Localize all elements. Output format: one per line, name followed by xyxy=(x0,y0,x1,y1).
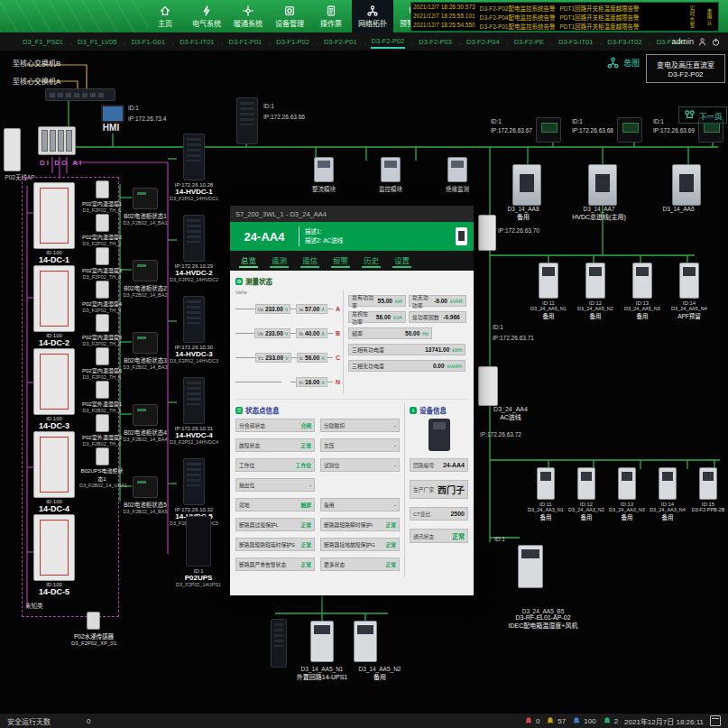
battery-status-node[interactable]: B02电池柜状态5 D3_F2B02_14_BA5 xyxy=(121,476,170,548)
current-box: In16.00A xyxy=(296,377,327,387)
room-tab[interactable]: D3-F3-IT01 xyxy=(558,36,594,48)
nav-item-tickets[interactable]: 操作票 xyxy=(310,0,352,32)
bottom-rack-device[interactable] xyxy=(271,619,287,668)
nav-item-home[interactable]: 主页 xyxy=(144,0,186,32)
ups-feeder-breaker-2[interactable] xyxy=(354,621,377,662)
meter-node[interactable]: ID:1 IP:172.26.63.67 xyxy=(491,117,567,143)
plc-device[interactable] xyxy=(38,126,76,155)
dialog-tab[interactable]: 历史 xyxy=(362,253,381,268)
cabinet-name: 14-DC-5 xyxy=(27,587,81,596)
dialog-tab[interactable]: 设置 xyxy=(392,253,411,268)
dc-cabinet[interactable]: ID:100 14-DC-2 xyxy=(27,265,81,348)
hvdc-unit[interactable]: IP:172.26.10.28 14-HVDC-1 D3_F2P02_14HVD… xyxy=(166,134,222,215)
ups-feeder-breaker-1[interactable] xyxy=(310,621,334,662)
nav-item-network-topology[interactable]: 网络拓扑 xyxy=(352,0,393,32)
feeder-breaker[interactable]: ID:11 D3_24_AA5_N1 备用 xyxy=(526,263,571,320)
ups-image xyxy=(186,516,211,567)
meter-node[interactable]: ID:1 IP:172.26.63.68 xyxy=(572,117,648,143)
feeder-breaker[interactable]: ID:13 D3_24_AA3_N3 备用 xyxy=(607,467,647,521)
meter-63-70-device[interactable] xyxy=(478,215,496,251)
hvdc-unit[interactable]: IP:172.26.10.31 14-HVDC-4 D3_F2P02_14HVD… xyxy=(166,377,222,458)
room-tab[interactable]: D3-F2-P04 xyxy=(465,36,501,48)
next-page-button[interactable]: 下一页 xyxy=(678,106,727,124)
safe-days-value: 0 xyxy=(87,717,90,725)
sensor-node[interactable]: B02UPS电池柜状态1 D3_F2B02_14_UBA1 xyxy=(79,447,124,481)
dialog-title-bar[interactable]: S7_200_3WL_1 - D3_24_AA4 xyxy=(230,206,474,222)
nav-item-electrical[interactable]: 电气系统 xyxy=(186,0,227,32)
room-tab[interactable]: D3-F2-PE xyxy=(513,36,545,48)
cabinet-image xyxy=(33,265,75,332)
battery-status-node[interactable]: B02电池柜状态3 D3_F2B02_14_BA3 xyxy=(121,332,170,404)
module-node[interactable]: 监控模块 xyxy=(364,157,417,193)
alarm-row[interactable]: 2021/12/7 18:26:30.573 D3-F2-P02配电监控系统告警… xyxy=(413,4,682,13)
power-icon[interactable] xyxy=(711,37,721,47)
sensor-node[interactable]: P02室内温湿度4 D3_F2P02_TH_4 xyxy=(79,281,124,314)
feeder-breaker[interactable]: ID:13 D3_24_AA5_N3 备用 xyxy=(620,263,665,320)
battery-status-node[interactable]: B02电池柜状态4 D3_F2B02_14_BA4 xyxy=(121,404,170,476)
hmi-monitor-device[interactable] xyxy=(101,105,124,123)
room-tab[interactable]: D3-F1-P02 xyxy=(275,36,310,48)
incomer-breaker-aa8[interactable] xyxy=(512,164,541,206)
room-tab[interactable]: D3-F2-P03 xyxy=(418,36,453,48)
status-points-area: ☰ 状态点信息 分合闸状态 合闸 故障状态 正常 xyxy=(235,403,400,577)
incomer-breaker-aa7[interactable] xyxy=(588,164,617,206)
dialog-tab[interactable]: 总览 xyxy=(239,253,258,268)
sensor-node[interactable]: P02室外温湿度1 D3_F2B02_TH_1 xyxy=(79,381,124,414)
sensor-node[interactable]: P02室内温湿度3 D3_F2P02_TH_3 xyxy=(79,247,124,281)
room-tab[interactable]: D3-F1-IT01 xyxy=(179,36,215,48)
calendar-icon[interactable] xyxy=(710,715,721,726)
room-tab[interactable]: D3-F1-G01 xyxy=(131,36,167,48)
sensor-node[interactable]: P02室内温湿度6 D3_F2P02_TH_6 xyxy=(79,347,124,381)
module-node[interactable]: 整流模块 xyxy=(298,157,350,193)
feeder-breaker[interactable]: ID:12 D3_24_AA3_N2 备用 xyxy=(567,467,606,521)
sensor-node[interactable]: P02室外温湿度2 D3_F2B02_TH_2 xyxy=(79,414,124,447)
alarm-count-green[interactable]: 2 xyxy=(603,716,618,725)
incomer-breaker-aa6[interactable] xyxy=(672,164,701,206)
feeder-breaker[interactable]: ID:11 D3_24_AA3_N1 备用 xyxy=(526,467,566,521)
nav-item-hvac[interactable]: 暖通系统 xyxy=(227,0,269,32)
room-tab[interactable]: D3-F3-IT02 xyxy=(606,36,642,48)
alarm-count-yellow[interactable]: 57 xyxy=(546,716,566,725)
room-tab[interactable]: D3-F2-P02 xyxy=(371,35,406,49)
feeder-breaker[interactable]: ID:14 D3_24_AA3_N4 备用 xyxy=(648,467,687,521)
nav-item-devices[interactable]: 设备管理 xyxy=(269,0,310,32)
feeder-breaker[interactable]: ID:15 D3-F2-PPB-2B xyxy=(688,467,728,521)
user-icon[interactable] xyxy=(697,37,707,47)
room-tab[interactable]: D3-F1-P01 xyxy=(228,36,263,48)
feeder-breaker[interactable]: ID:14 D3_24_AA5_N4 APF预留 xyxy=(667,263,712,320)
module-node[interactable]: 绝缘监测 xyxy=(431,157,484,193)
dc-cabinet[interactable]: ID:100 14-DC-1 xyxy=(27,182,81,265)
leak-sensor-device[interactable] xyxy=(87,612,100,630)
feeder-breaker[interactable]: ID:12 D3_24_AA5_N2 备用 xyxy=(573,263,618,320)
power-value-box: 总功率因数 -0.966 xyxy=(409,311,466,323)
dc-cabinet[interactable]: ID:100 14-DC-5 xyxy=(27,514,81,597)
alarm-row[interactable]: 2021/12/7 18:25:55.101 D3-F2-P04配电监控系统告警… xyxy=(413,13,682,22)
dc-cabinet[interactable]: ID:100 14-DC-3 xyxy=(27,348,81,431)
current-box: Ia57.00A xyxy=(296,304,327,314)
battery-status-node[interactable]: B02电池柜状态2 D3_F2B02_14_BA2 xyxy=(121,260,170,332)
dialog-tab[interactable]: 报警 xyxy=(331,253,350,268)
room-tab[interactable]: D3_F1_LV05 xyxy=(77,36,118,48)
battery-status-node[interactable]: B02电池柜状态1 D3_F2B02_14_BA1 xyxy=(121,188,170,260)
room-tab[interactable]: D3_F1_PS01 xyxy=(22,36,64,48)
room-tab[interactable]: D3-F2-P01 xyxy=(323,36,358,48)
overview-button[interactable]: 总图 xyxy=(606,56,640,69)
alarm-row[interactable]: 2021/12/7 18:25:54.550 D3-F2-P01配电监控系统告警… xyxy=(413,22,682,31)
sensor-node[interactable]: P02室内温湿度1 D3_F2P02_TH_1 xyxy=(79,180,124,214)
sensor-node[interactable]: P02室内温湿度2 D3_F2P02_TH_2 xyxy=(79,214,124,247)
dialog-tab[interactable]: 遥信 xyxy=(300,253,319,268)
fan-branch-breaker[interactable] xyxy=(518,545,543,588)
ac-incomer-device[interactable] xyxy=(478,366,498,406)
alarm-count-blue[interactable]: 100 xyxy=(572,716,595,725)
dialog-tab[interactable]: 遥测 xyxy=(270,253,289,268)
dc-cabinet[interactable]: ID:100 14-DC-4 xyxy=(27,431,81,514)
alarm-count-red[interactable]: 0 xyxy=(524,716,539,725)
hvdc-unit[interactable]: IP:172.26.10.29 14-HVDC-2 D3_F2P02_14HVD… xyxy=(166,215,222,296)
hvdc-unit[interactable]: IP:172.26.10.30 14-HVDC-3 D3_F2P02_14HVD… xyxy=(166,296,222,377)
sensor-node[interactable]: P02室内温湿度5 D3_F2P02_TH_5 xyxy=(79,314,124,347)
wireless-ap-device[interactable] xyxy=(4,128,21,171)
ups-node[interactable]: ID:1 P02UPS D3_F2P02_14UPS1 xyxy=(173,516,224,587)
network-switch-device[interactable] xyxy=(45,88,115,101)
io-rack-device[interactable] xyxy=(236,97,258,144)
phase-selector[interactable]: Va/Ia xyxy=(235,290,340,295)
